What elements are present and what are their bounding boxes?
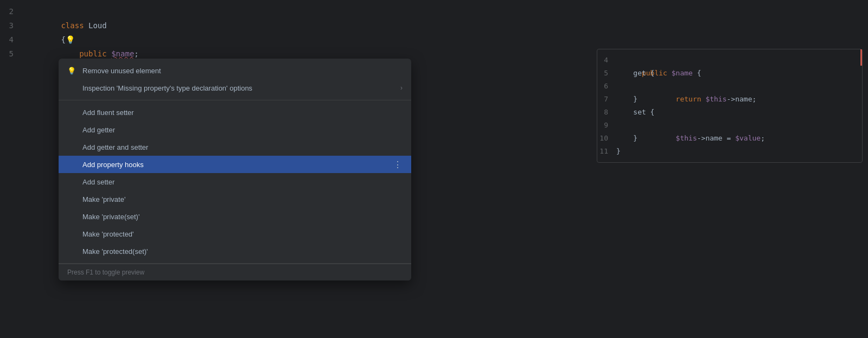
editor-area: 2 class Loud 3 {💡 4 public $name; 5 } [0, 0, 597, 338]
menu-item-label: Remove unused element [82, 67, 161, 75]
line-number: 6 [597, 80, 616, 93]
this-var: $this [676, 134, 697, 142]
menu-item-label: Make 'protected' [82, 230, 134, 238]
footer-text: Press F1 to toggle preview [67, 269, 144, 276]
menu-item-label: Make 'private' [82, 195, 125, 203]
indent [642, 134, 676, 142]
menu-item-label: Make 'private(set)' [82, 213, 139, 221]
preview-line-9: 9 $this->name = $value; [597, 119, 862, 132]
more-options-icon: ⋮ [393, 160, 403, 170]
line-number: 4 [597, 54, 616, 67]
value-var: $value [735, 134, 761, 142]
keyword-public: public [79, 49, 111, 58]
line-number: 11 [597, 145, 616, 158]
line-number: 3 [0, 18, 24, 33]
line-content: get { [616, 67, 654, 80]
keyword-return: return [676, 95, 706, 103]
context-menu: 💡 Remove unused element Inspection 'Miss… [59, 59, 411, 280]
preview-line-6: 6 return $this->name; [597, 80, 862, 93]
line-content: set { [616, 106, 654, 119]
submenu-arrow-icon: › [400, 84, 403, 92]
semicolon: ; [134, 49, 138, 58]
line-content: $this->name = $value; [616, 119, 765, 158]
menu-section-quick-fix: 💡 Remove unused element Inspection 'Miss… [59, 59, 411, 100]
preview-line-4: 4 public $name { [597, 54, 862, 67]
menu-item-label: Add setter [82, 178, 114, 186]
menu-item-add-getter[interactable]: Add getter [59, 121, 411, 138]
line-number: 2 [0, 4, 24, 18]
menu-item-add-property-hooks[interactable]: Add property hooks ⋮ [59, 156, 411, 173]
bulb-icon: 💡 [67, 67, 82, 75]
variable-name: $name [111, 49, 134, 58]
this-var: $this [705, 95, 726, 103]
arrow-name: ->name = [697, 134, 735, 142]
line-content: } [616, 93, 637, 106]
line-content: } [616, 132, 637, 145]
menu-item-make-private-set[interactable]: Make 'private(set)' [59, 208, 411, 225]
menu-item-remove-unused[interactable]: 💡 Remove unused element [59, 62, 411, 79]
preview-panel: 4 public $name { 5 get { 6 return $this-… [597, 49, 863, 163]
semicolon: ; [761, 134, 765, 142]
line-number: 4 [0, 33, 24, 47]
code-line-4: 4 public $name; [0, 33, 597, 47]
preview-line-5: 5 get { [597, 67, 862, 80]
class-name: Loud [88, 21, 107, 30]
menu-item-add-fluent-setter[interactable]: Add fluent setter [59, 104, 411, 121]
code-lines: 2 class Loud 3 {💡 4 public $name; 5 } [0, 0, 597, 65]
menu-section-actions: Add fluent setter Add getter Add getter … [59, 100, 411, 264]
line-number: 5 [597, 67, 616, 80]
menu-item-inspection-options[interactable]: Inspection 'Missing property's type decl… [59, 79, 411, 97]
line-number: 10 [597, 132, 616, 145]
menu-item-make-protected-set[interactable]: Make 'protected(set)' [59, 243, 411, 260]
menu-item-label: Add fluent setter [82, 109, 134, 117]
menu-item-label: Inspection 'Missing property's type decl… [82, 84, 252, 92]
menu-item-label: Add getter [82, 126, 115, 134]
menu-item-make-private[interactable]: Make 'private' [59, 190, 411, 208]
arrow-name: ->name; [727, 95, 757, 103]
line-number: 9 [597, 119, 616, 132]
brace: { [693, 69, 701, 77]
menu-footer: Press F1 to toggle preview [59, 264, 411, 280]
code-line-2: 2 class Loud [0, 4, 597, 18]
indent [642, 95, 676, 103]
menu-item-label: Add getter and setter [82, 143, 148, 151]
menu-item-label: Make 'protected(set)' [82, 247, 148, 256]
line-number: 5 [0, 47, 24, 61]
menu-item-make-protected[interactable]: Make 'protected' [59, 225, 411, 243]
menu-item-label: Add property hooks [82, 161, 144, 169]
line-number: 7 [597, 93, 616, 106]
line-number: 8 [597, 106, 616, 119]
menu-item-add-getter-setter[interactable]: Add getter and setter [59, 138, 411, 156]
var-name: $name [672, 69, 693, 77]
menu-item-add-setter[interactable]: Add setter [59, 173, 411, 190]
line-content: } [616, 145, 621, 158]
